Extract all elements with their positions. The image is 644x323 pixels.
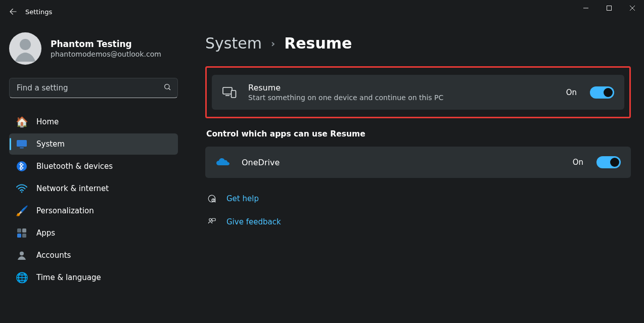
nav-item-label: Accounts: [36, 251, 71, 260]
svg-rect-13: [22, 228, 26, 233]
svg-line-7: [169, 88, 170, 90]
user-card[interactable]: Phantom Testing phantomodemos@outlook.co…: [9, 32, 178, 65]
onedrive-icon: [215, 155, 231, 170]
resume-subtitle: Start something on one device and contin…: [248, 94, 555, 102]
breadcrumb: System › Resume: [205, 34, 631, 52]
nav-item-network[interactable]: Network & internet: [9, 178, 178, 199]
nav-item-time-language[interactable]: 🌐 Time & language: [9, 267, 178, 288]
breadcrumb-parent[interactable]: System: [205, 34, 262, 52]
minimize-icon: [583, 5, 589, 11]
nav-item-system[interactable]: System: [9, 133, 178, 155]
app-toggle[interactable]: [596, 156, 621, 168]
svg-point-5: [20, 39, 31, 50]
svg-rect-8: [17, 140, 27, 147]
app-row-onedrive[interactable]: OneDrive On: [205, 147, 631, 178]
svg-point-6: [165, 84, 169, 89]
resume-title: Resume: [248, 83, 555, 93]
nav-item-bluetooth[interactable]: Bluetooth & devices: [9, 156, 178, 177]
give-feedback-row[interactable]: Give feedback: [205, 213, 631, 230]
content: System › Resume Resume Start something o…: [187, 23, 644, 323]
nav-item-home[interactable]: 🏠 Home: [9, 111, 178, 132]
titlebar: Settings: [0, 0, 644, 23]
chevron-right-icon: ›: [271, 37, 275, 50]
nav-item-accounts[interactable]: Accounts: [9, 245, 178, 266]
window-controls: [574, 0, 644, 16]
wifi-icon: [15, 182, 28, 195]
maximize-button[interactable]: [597, 0, 621, 16]
sidebar: Phantom Testing phantomodemos@outlook.co…: [0, 23, 187, 323]
svg-rect-17: [223, 87, 232, 94]
nav-item-label: Network & internet: [36, 184, 109, 193]
nav-item-personalization[interactable]: 🖌️ Personalization: [9, 200, 178, 221]
nav-item-label: Home: [36, 117, 59, 126]
brush-icon: 🖌️: [15, 204, 28, 217]
app-name: OneDrive: [242, 158, 562, 167]
resume-toggle[interactable]: [590, 86, 614, 99]
devices-icon: [222, 85, 237, 100]
minimize-button[interactable]: [574, 0, 597, 16]
get-help-row[interactable]: Get help: [205, 190, 631, 207]
nav-item-label: Personalization: [36, 206, 94, 215]
svg-rect-9: [20, 148, 24, 149]
svg-rect-2: [607, 6, 612, 11]
svg-point-11: [21, 192, 23, 193]
svg-rect-12: [17, 228, 21, 233]
resume-card[interactable]: Resume Start something on one device and…: [212, 75, 624, 110]
back-button[interactable]: [4, 3, 22, 21]
svg-point-22: [209, 218, 212, 221]
search-input[interactable]: [9, 78, 178, 98]
globe-clock-icon: 🌐: [15, 271, 28, 284]
maximize-icon: [606, 5, 612, 11]
nav: 🏠 Home System Bluetooth & devices Netw: [9, 111, 178, 288]
window-title: Settings: [25, 8, 52, 16]
nav-item-label: Time & language: [36, 273, 101, 282]
svg-rect-23: [212, 218, 215, 221]
svg-rect-19: [232, 90, 236, 98]
get-help-link[interactable]: Get help: [226, 194, 259, 203]
nav-item-label: Bluetooth & devices: [36, 162, 113, 171]
search-field[interactable]: [16, 83, 159, 93]
user-email: phantomodemos@outlook.com: [51, 50, 161, 58]
svg-point-21: [213, 201, 214, 202]
apps-section-heading: Control which apps can use Resume: [206, 129, 631, 139]
help-icon: [206, 193, 217, 204]
app-state-label: On: [573, 158, 583, 167]
user-name: Phantom Testing: [51, 39, 161, 49]
footer-links: Get help Give feedback: [205, 190, 631, 230]
person-icon: [15, 249, 28, 262]
nav-item-apps[interactable]: Apps: [9, 222, 178, 244]
feedback-icon: [206, 216, 217, 227]
give-feedback-link[interactable]: Give feedback: [226, 217, 281, 226]
resume-state-label: On: [566, 88, 577, 97]
close-icon: [629, 5, 635, 11]
arrow-left-icon: [9, 7, 18, 16]
apps-icon: [15, 226, 28, 240]
breadcrumb-current: Resume: [284, 34, 352, 52]
svg-point-16: [20, 252, 24, 256]
highlight-annotation: Resume Start something on one device and…: [205, 66, 631, 118]
search-icon: [163, 83, 171, 93]
system-icon: [15, 137, 28, 151]
nav-item-label: System: [36, 140, 65, 149]
svg-rect-15: [22, 234, 26, 238]
svg-rect-14: [17, 234, 21, 238]
nav-item-label: Apps: [36, 228, 55, 238]
close-button[interactable]: [621, 0, 644, 16]
home-icon: 🏠: [15, 115, 28, 128]
bluetooth-icon: [15, 160, 28, 173]
avatar: [9, 32, 41, 65]
